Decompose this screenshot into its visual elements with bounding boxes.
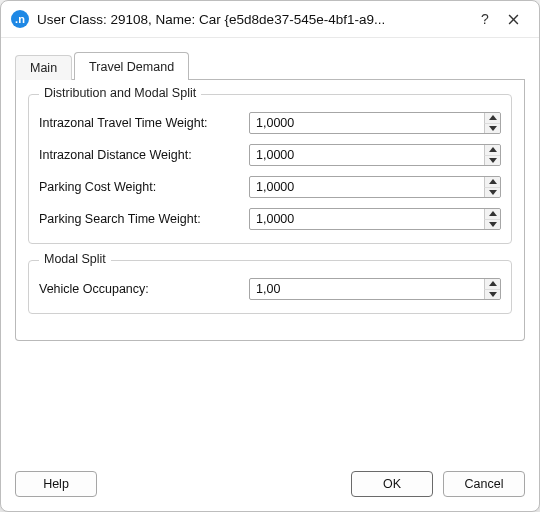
chevron-down-icon bbox=[489, 158, 497, 163]
row-parking-cost-weight: Parking Cost Weight: bbox=[39, 173, 501, 201]
svg-marker-8 bbox=[489, 211, 497, 216]
spin-parking-search-time-weight bbox=[249, 208, 501, 230]
input-vehicle-occupancy[interactable] bbox=[249, 278, 501, 300]
spin-down-vehicle-occupancy[interactable] bbox=[484, 290, 500, 300]
chevron-up-icon bbox=[489, 147, 497, 152]
button-bar: Help OK Cancel bbox=[1, 467, 539, 511]
tab-travel-demand-label: Travel Demand bbox=[89, 60, 174, 74]
tab-main[interactable]: Main bbox=[15, 55, 72, 80]
spin-vehicle-occupancy bbox=[249, 278, 501, 300]
svg-marker-6 bbox=[489, 179, 497, 184]
spin-intrazonal-travel-time-weight bbox=[249, 112, 501, 134]
svg-marker-5 bbox=[489, 158, 497, 163]
input-parking-cost-weight[interactable] bbox=[249, 176, 501, 198]
tab-travel-demand[interactable]: Travel Demand bbox=[74, 52, 189, 80]
spin-down-intrazonal-distance-weight[interactable] bbox=[484, 156, 500, 166]
dialog-window: .n User Class: 29108, Name: Car {e5d8de3… bbox=[0, 0, 540, 512]
tabpage-travel-demand: Distribution and Modal Split Intrazonal … bbox=[15, 80, 525, 341]
chevron-down-icon bbox=[489, 222, 497, 227]
row-vehicle-occupancy: Vehicle Occupancy: bbox=[39, 275, 501, 303]
spin-down-parking-cost-weight[interactable] bbox=[484, 188, 500, 198]
label-intrazonal-distance-weight: Intrazonal Distance Weight: bbox=[39, 148, 249, 162]
spin-up-intrazonal-distance-weight[interactable] bbox=[484, 145, 500, 156]
svg-marker-10 bbox=[489, 281, 497, 286]
group-distribution: Distribution and Modal Split Intrazonal … bbox=[28, 94, 512, 244]
label-intrazonal-travel-time-weight: Intrazonal Travel Time Weight: bbox=[39, 116, 249, 130]
spin-down-intrazonal-travel-time-weight[interactable] bbox=[484, 124, 500, 134]
ok-button[interactable]: OK bbox=[351, 471, 433, 497]
label-vehicle-occupancy: Vehicle Occupancy: bbox=[39, 282, 249, 296]
close-icon bbox=[508, 14, 519, 25]
titlebar: .n User Class: 29108, Name: Car {e5d8de3… bbox=[1, 1, 539, 38]
svg-marker-3 bbox=[489, 126, 497, 131]
spin-up-vehicle-occupancy[interactable] bbox=[484, 279, 500, 290]
chevron-down-icon bbox=[489, 126, 497, 131]
chevron-up-icon bbox=[489, 281, 497, 286]
app-icon: .n bbox=[11, 10, 29, 28]
label-parking-search-time-weight: Parking Search Time Weight: bbox=[39, 212, 249, 226]
spin-down-parking-search-time-weight[interactable] bbox=[484, 220, 500, 230]
row-parking-search-time-weight: Parking Search Time Weight: bbox=[39, 205, 501, 233]
group-distribution-title: Distribution and Modal Split bbox=[39, 86, 201, 100]
spin-up-parking-cost-weight[interactable] bbox=[484, 177, 500, 188]
spin-up-intrazonal-travel-time-weight[interactable] bbox=[484, 113, 500, 124]
group-modal-split-title: Modal Split bbox=[39, 252, 111, 266]
tab-main-label: Main bbox=[30, 61, 57, 75]
help-button[interactable]: Help bbox=[15, 471, 97, 497]
spin-intrazonal-distance-weight bbox=[249, 144, 501, 166]
row-intrazonal-distance-weight: Intrazonal Distance Weight: bbox=[39, 141, 501, 169]
label-parking-cost-weight: Parking Cost Weight: bbox=[39, 180, 249, 194]
help-glyph-icon: ? bbox=[481, 11, 489, 27]
cancel-button[interactable]: Cancel bbox=[443, 471, 525, 497]
input-intrazonal-distance-weight[interactable] bbox=[249, 144, 501, 166]
chevron-down-icon bbox=[489, 190, 497, 195]
svg-marker-2 bbox=[489, 115, 497, 120]
svg-marker-7 bbox=[489, 190, 497, 195]
chevron-down-icon bbox=[489, 292, 497, 297]
titlebar-close-button[interactable] bbox=[499, 5, 527, 33]
svg-marker-4 bbox=[489, 147, 497, 152]
svg-marker-11 bbox=[489, 292, 497, 297]
tabstrip: Main Travel Demand bbox=[15, 52, 525, 80]
chevron-up-icon bbox=[489, 115, 497, 120]
client-area: Main Travel Demand Distribution and Moda… bbox=[1, 38, 539, 467]
titlebar-help-button[interactable]: ? bbox=[471, 5, 499, 33]
group-modal-split: Modal Split Vehicle Occupancy: bbox=[28, 260, 512, 314]
spin-up-parking-search-time-weight[interactable] bbox=[484, 209, 500, 220]
svg-marker-9 bbox=[489, 222, 497, 227]
dialog-title: User Class: 29108, Name: Car {e5d8de37-5… bbox=[37, 12, 471, 27]
input-intrazonal-travel-time-weight[interactable] bbox=[249, 112, 501, 134]
row-intrazonal-travel-time-weight: Intrazonal Travel Time Weight: bbox=[39, 109, 501, 137]
spin-parking-cost-weight bbox=[249, 176, 501, 198]
chevron-up-icon bbox=[489, 179, 497, 184]
chevron-up-icon bbox=[489, 211, 497, 216]
input-parking-search-time-weight[interactable] bbox=[249, 208, 501, 230]
